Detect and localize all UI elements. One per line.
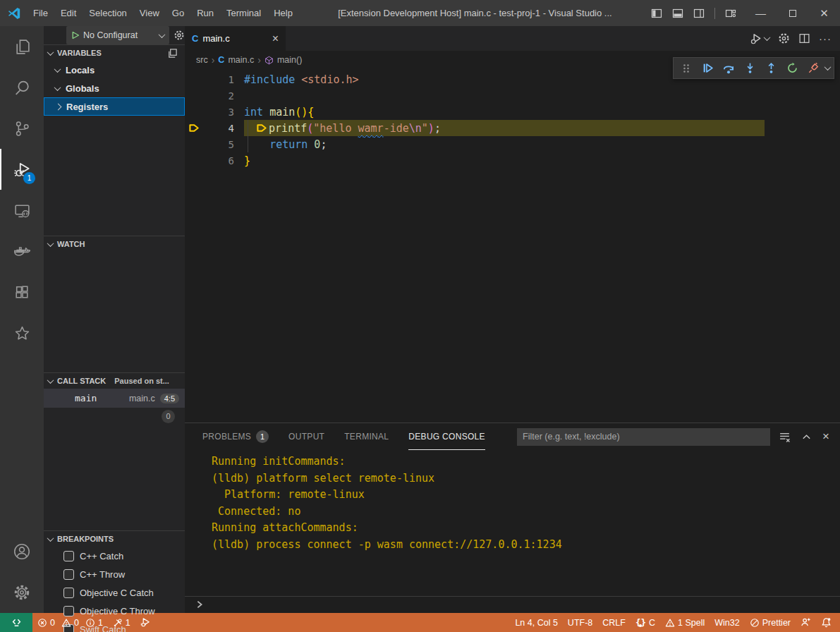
accounts-icon[interactable] xyxy=(0,531,44,572)
spell-checker-status[interactable]: 1 Spell xyxy=(660,618,710,628)
breadcrumb-file[interactable]: main.c xyxy=(228,55,254,65)
console-filter-input[interactable] xyxy=(517,428,770,446)
star-icon[interactable] xyxy=(0,312,44,353)
breadcrumb-src[interactable]: src xyxy=(196,55,208,65)
run-or-debug-icon[interactable] xyxy=(750,32,769,45)
notifications-bell-icon[interactable] xyxy=(816,617,840,628)
breakpoint-row[interactable]: C++ Catch xyxy=(44,547,185,565)
panel-tab-debug-console[interactable]: DEBUG CONSOLE xyxy=(408,423,485,450)
language-mode[interactable]: {} C xyxy=(631,617,660,628)
problems-status[interactable]: 0 0 1 xyxy=(32,613,108,632)
variables-item-globals[interactable]: Globals xyxy=(44,79,185,97)
split-editor-icon[interactable] xyxy=(798,32,810,44)
breakpoint-gutter[interactable] xyxy=(185,71,203,87)
debug-config-dropdown[interactable]: No Configurat xyxy=(66,26,169,44)
menu-help[interactable]: Help xyxy=(267,0,299,26)
toggle-sidebar-icon[interactable] xyxy=(651,8,662,19)
run-and-debug-icon[interactable]: 1 xyxy=(0,149,44,190)
panel-tab-problems[interactable]: PROBLEMS1 xyxy=(202,423,269,450)
call-stack-header[interactable]: CALL STACK Paused on st... xyxy=(44,373,185,389)
code-token: "hello xyxy=(313,122,358,135)
code-editor[interactable]: 1#include <stdio.h>23int main(){4 printf… xyxy=(185,69,840,423)
breakpoint-row[interactable]: C++ Throw xyxy=(44,565,185,583)
more-actions-icon[interactable]: ··· xyxy=(819,32,832,44)
toolbar-drag-grip[interactable] xyxy=(677,59,695,78)
menu-file[interactable]: File xyxy=(27,0,54,26)
platform-indicator[interactable]: Win32 xyxy=(710,618,744,628)
variables-header[interactable]: VARIABLES xyxy=(44,45,185,61)
panel-tab-terminal[interactable]: TERMINAL xyxy=(344,423,389,450)
restart-icon[interactable] xyxy=(783,59,801,78)
cursor-position[interactable]: Ln 4, Col 5 xyxy=(510,618,562,628)
settings-gear-icon[interactable] xyxy=(0,572,44,613)
maximize-button[interactable] xyxy=(777,0,808,26)
console-input-row[interactable] xyxy=(185,596,840,612)
breakpoint-label: Objective C Catch xyxy=(80,588,154,598)
error-icon xyxy=(37,618,47,628)
close-button[interactable]: ✕ xyxy=(808,0,840,26)
code-line[interactable]: 4 printf("hello wamr-ide\n"); xyxy=(185,120,840,136)
debug-config-gear-icon[interactable] xyxy=(174,30,185,41)
breakpoint-gutter[interactable] xyxy=(185,152,203,169)
close-tab-icon[interactable]: × xyxy=(272,32,279,45)
remote-indicator[interactable] xyxy=(0,613,32,632)
continue-icon[interactable] xyxy=(698,59,717,78)
extensions-icon[interactable] xyxy=(0,272,44,312)
minimize-button[interactable]: — xyxy=(745,0,777,26)
checkbox-unchecked[interactable] xyxy=(63,569,74,580)
close-panel-icon[interactable]: × xyxy=(822,430,829,444)
chevron-down-icon xyxy=(47,535,54,542)
variables-item-locals[interactable]: Locals xyxy=(44,61,185,79)
menu-view[interactable]: View xyxy=(133,0,166,26)
collapse-all-icon[interactable] xyxy=(167,48,178,59)
toolchain-status[interactable]: 1 xyxy=(108,613,135,632)
stack-frame-row[interactable]: main main.c 4:5 xyxy=(44,389,185,408)
source-control-icon[interactable] xyxy=(0,108,44,149)
clear-console-icon[interactable] xyxy=(779,431,791,443)
toggle-panel-icon[interactable] xyxy=(672,8,683,19)
watch-header[interactable]: WATCH xyxy=(44,236,185,252)
formatter-status[interactable]: Prettier xyxy=(745,618,796,628)
debug-session-status[interactable] xyxy=(135,613,156,632)
menu-terminal[interactable]: Terminal xyxy=(220,0,267,26)
step-out-icon[interactable] xyxy=(762,59,780,78)
checkbox-unchecked[interactable] xyxy=(63,551,74,561)
remote-explorer-icon[interactable] xyxy=(0,190,44,231)
code-line[interactable]: 3int main(){ xyxy=(185,104,840,120)
eol-indicator[interactable]: CRLF xyxy=(597,618,631,628)
frame-file: main.c xyxy=(129,394,155,403)
code-line[interactable]: 5 return 0; xyxy=(185,136,840,152)
code-line[interactable]: 6} xyxy=(185,152,840,169)
editor-gear-icon[interactable] xyxy=(778,32,790,44)
step-over-icon[interactable] xyxy=(719,59,738,78)
code-line[interactable]: 2 xyxy=(185,87,840,104)
feedback-icon[interactable] xyxy=(796,617,816,628)
execution-pointer-icon[interactable] xyxy=(185,120,203,136)
variables-item-registers[interactable]: Registers xyxy=(44,97,185,116)
breakpoint-gutter[interactable] xyxy=(185,104,203,120)
maximize-panel-icon[interactable] xyxy=(801,432,812,442)
panel-tab-output[interactable]: OUTPUT xyxy=(288,423,324,450)
tab-main-c[interactable]: C main.c × xyxy=(185,26,286,51)
breakpoint-gutter[interactable] xyxy=(185,87,203,104)
explorer-icon[interactable] xyxy=(0,26,44,67)
breakpoint-row[interactable]: Objective C Catch xyxy=(44,583,185,602)
docker-icon[interactable] xyxy=(0,231,44,272)
toggle-secondary-sidebar-icon[interactable] xyxy=(693,8,705,19)
chevron-down-icon[interactable] xyxy=(824,63,832,71)
menu-selection[interactable]: Selection xyxy=(83,0,133,26)
customize-layout-icon[interactable] xyxy=(725,8,736,19)
menu-edit[interactable]: Edit xyxy=(54,0,83,26)
breakpoints-header[interactable]: BREAKPOINTS xyxy=(44,531,185,547)
step-into-icon[interactable] xyxy=(741,59,759,78)
indent-guide xyxy=(248,136,248,152)
search-icon[interactable] xyxy=(0,67,44,108)
menu-go[interactable]: Go xyxy=(166,0,190,26)
encoding-indicator[interactable]: UTF-8 xyxy=(563,618,597,628)
breakpoint-gutter[interactable] xyxy=(185,136,203,152)
code-token xyxy=(295,73,301,86)
checkbox-unchecked[interactable] xyxy=(63,588,74,598)
breadcrumb-symbol[interactable]: main() xyxy=(277,55,302,65)
disconnect-icon[interactable] xyxy=(804,59,822,78)
menu-run[interactable]: Run xyxy=(190,0,220,26)
